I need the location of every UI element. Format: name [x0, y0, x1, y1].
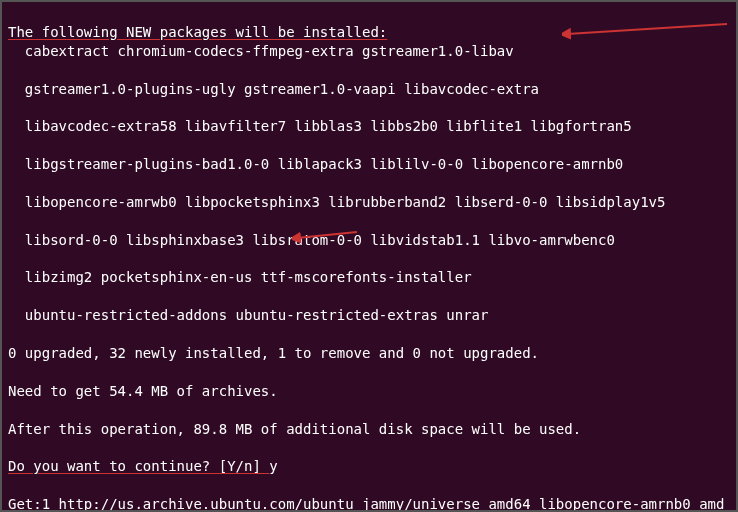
package-line: libsord-0-0 libsphinxbase3 libsratom-0-0… — [8, 231, 730, 250]
package-line: libavcodec-extra58 libavfilter7 libblas3… — [8, 117, 730, 136]
download-size: Need to get 54.4 MB of archives. — [8, 382, 730, 401]
package-line: ubuntu-restricted-addons ubuntu-restrict… — [8, 306, 730, 325]
package-line: libzimg2 pocketsphinx-en-us ttf-mscorefo… — [8, 268, 730, 287]
package-line: libopencore-amrwb0 libpocketsphinx3 libr… — [8, 193, 730, 212]
terminal-output: The following NEW packages will be insta… — [8, 4, 730, 512]
package-line: gstreamer1.0-plugins-ugly gstreamer1.0-v… — [8, 80, 730, 99]
upgrade-summary: 0 upgraded, 32 newly installed, 1 to rem… — [8, 344, 730, 363]
install-header: The following NEW packages will be insta… — [8, 24, 387, 40]
continue-prompt-line: Do you want to continue? [Y/n] y — [8, 457, 730, 476]
disk-space: After this operation, 89.8 MB of additio… — [8, 420, 730, 439]
package-line: cabextract chromium-codecs-ffmpeg-extra … — [8, 42, 730, 61]
continue-prompt: Do you want to continue? [Y/n] — [8, 458, 269, 474]
download-line: Get:1 http://us.archive.ubuntu.com/ubunt… — [8, 495, 730, 512]
user-answer[interactable]: y — [269, 458, 277, 474]
package-line: libgstreamer-plugins-bad1.0-0 liblapack3… — [8, 155, 730, 174]
